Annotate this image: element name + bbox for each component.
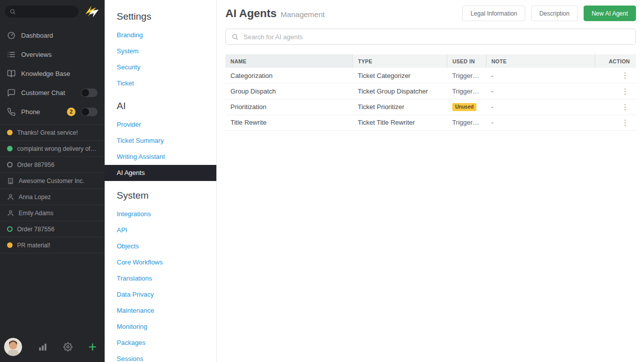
settings-link-translations[interactable]: Translations	[105, 270, 216, 287]
settings-link-core-workflows[interactable]: Core Workflows	[105, 254, 216, 270]
agent-note: -	[486, 83, 595, 99]
table-row[interactable]: Title Rewrite Ticket Title Rewriter Trig…	[225, 115, 636, 130]
table-row[interactable]: Prioritization Ticket Prioritizer Unused…	[225, 99, 636, 115]
agent-type: Ticket Title Rewriter	[353, 115, 447, 130]
organization-icon	[7, 177, 14, 185]
recent-item-ticket[interactable]: complaint wrong delivery of ord…	[0, 141, 105, 157]
column-header-note[interactable]: NOTE	[486, 54, 595, 68]
recent-item-user[interactable]: Emily Adams	[0, 205, 105, 221]
ticket-state-icon	[7, 130, 13, 135]
agent-used-in: Triggers (1)	[447, 83, 487, 99]
recent-item-label: Emily Adams	[19, 210, 53, 217]
agents-search-bar[interactable]	[225, 29, 636, 45]
recent-item-organization[interactable]: Awesome Customer Inc.	[0, 173, 105, 189]
settings-link-system[interactable]: System	[105, 43, 216, 59]
zammad-logo-icon	[83, 5, 101, 19]
agent-used-in: Triggers (1)	[447, 115, 487, 130]
main-header: AI Agents Management Legal Information D…	[225, 6, 636, 21]
ticket-state-icon	[7, 146, 13, 151]
ticket-state-icon	[7, 242, 13, 248]
customer-chat-toggle[interactable]	[81, 88, 98, 97]
settings-link-packages[interactable]: Packages	[105, 335, 216, 351]
sidebar-top	[0, 0, 105, 22]
agent-type: Ticket Group Dispatcher	[353, 83, 447, 99]
ticket-state-icon	[7, 226, 13, 232]
settings-link-security[interactable]: Security	[105, 59, 216, 75]
system-section-title: System	[105, 190, 216, 201]
recent-item-ticket[interactable]: Thanks! Great service!	[0, 125, 105, 141]
settings-link-api[interactable]: API	[105, 222, 216, 238]
title-wrap: AI Agents Management	[225, 7, 456, 20]
sidebar-item-overviews[interactable]: Overviews	[0, 45, 105, 64]
settings-link-objects[interactable]: Objects	[105, 238, 216, 254]
stats-icon[interactable]	[38, 342, 47, 351]
sidebar-item-knowledge-base[interactable]: Knowledge Base	[0, 64, 105, 83]
agent-type: Ticket Categorizer	[353, 68, 447, 83]
legal-information-button[interactable]: Legal Information	[462, 6, 525, 21]
recent-item-label: Thanks! Great service!	[17, 129, 78, 136]
settings-link-sessions[interactable]: Sessions	[105, 351, 216, 362]
column-header-type[interactable]: TYPE	[353, 54, 447, 68]
phone-toggle[interactable]	[81, 108, 98, 116]
new-ai-agent-button[interactable]: New AI Agent	[584, 6, 636, 21]
settings-link-integrations[interactable]: Integrations	[105, 206, 216, 222]
settings-link-monitoring[interactable]: Monitoring	[105, 319, 216, 335]
user-avatar[interactable]	[4, 338, 22, 356]
agent-name: Group Dispatch	[225, 83, 353, 99]
table-row[interactable]: Group Dispatch Ticket Group Dispatcher T…	[225, 83, 636, 99]
sidebar-item-dashboard[interactable]: Dashboard	[0, 26, 105, 45]
settings-link-maintenance[interactable]: Maintenance	[105, 303, 216, 319]
agent-used-in: Triggers (1)	[447, 68, 487, 83]
settings-section-title: Settings	[105, 11, 216, 22]
recent-item-label: Awesome Customer Inc.	[19, 177, 85, 185]
sidebar-search-input[interactable]	[19, 8, 74, 16]
column-header-used-in[interactable]: USED IN	[447, 54, 487, 68]
new-ticket-plus-icon[interactable]: +	[89, 342, 97, 352]
settings-link-provider[interactable]: Provider	[105, 117, 216, 133]
settings-link-ticket-summary[interactable]: Ticket Summary	[105, 133, 216, 149]
sidebar-item-customer-chat[interactable]: Customer Chat	[0, 83, 105, 102]
settings-nav: Settings Branding System Security Ticket…	[105, 0, 217, 362]
recent-item-user[interactable]: Anna Lopez	[0, 189, 105, 205]
recent-item-ticket[interactable]: Order 787556	[0, 221, 105, 237]
phone-count-badge: 2	[67, 108, 75, 116]
settings-link-writing-assistant[interactable]: Writing Assistant	[105, 149, 216, 165]
recent-item-ticket[interactable]: PR material!	[0, 237, 105, 253]
sidebar-search[interactable]	[5, 6, 78, 18]
description-button[interactable]: Description	[531, 6, 578, 21]
recent-item-label: PR material!	[17, 242, 50, 249]
row-actions-menu-icon[interactable]: ⋮	[621, 87, 629, 96]
settings-link-data-privacy[interactable]: Data Privacy	[105, 287, 216, 303]
main-content: AI Agents Management Legal Information D…	[217, 0, 644, 362]
user-icon	[7, 210, 14, 217]
agent-name: Title Rewrite	[225, 115, 353, 130]
page-title: AI Agents	[225, 7, 277, 20]
agent-name: Prioritization	[225, 99, 353, 115]
dashboard-icon	[7, 31, 16, 40]
ai-section-title: AI	[105, 101, 216, 112]
unused-badge: Unused	[452, 103, 477, 111]
recent-item-label: Order 787556	[17, 226, 54, 233]
row-actions-menu-icon[interactable]: ⋮	[621, 118, 629, 127]
search-icon	[10, 9, 16, 15]
column-header-name[interactable]: NAME	[225, 54, 353, 68]
row-actions-menu-icon[interactable]: ⋮	[621, 103, 629, 111]
row-actions-menu-icon[interactable]: ⋮	[621, 71, 629, 79]
recent-item-label: Order 887956	[17, 161, 54, 168]
app-window: Dashboard Overviews Knowledge Base Custo…	[0, 0, 644, 362]
sidebar-item-label: Knowledge Base	[21, 70, 70, 77]
agents-search-input[interactable]	[243, 33, 630, 41]
sidebar-item-phone[interactable]: Phone 2	[0, 102, 105, 121]
gear-icon[interactable]	[63, 342, 72, 351]
sidebar-item-label: Phone	[21, 108, 40, 116]
recent-item-label: complaint wrong delivery of ord…	[17, 145, 98, 152]
settings-link-branding[interactable]: Branding	[105, 27, 216, 43]
recent-item-ticket[interactable]: Order 887956	[0, 157, 105, 173]
settings-link-ai-agents[interactable]: AI Agents	[105, 165, 216, 181]
column-header-action: ACTION	[595, 54, 636, 68]
settings-link-ticket[interactable]: Ticket	[105, 75, 216, 92]
search-icon	[231, 33, 238, 40]
table-row[interactable]: Categorization Ticket Categorizer Trigge…	[225, 68, 636, 83]
agent-note: -	[486, 115, 595, 130]
sidebar-item-label: Overviews	[21, 51, 52, 58]
